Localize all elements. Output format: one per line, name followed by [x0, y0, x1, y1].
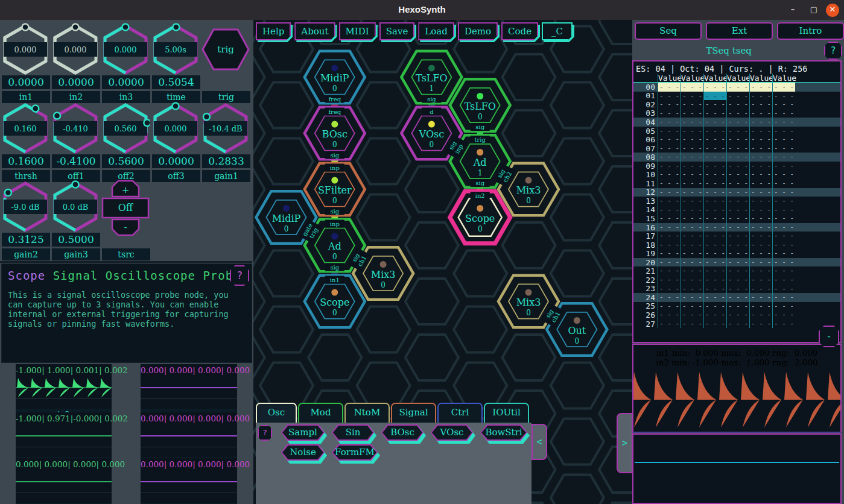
tracker-cell[interactable]: - - - [658, 232, 681, 241]
tracker-cell[interactable]: - - - [772, 162, 795, 171]
hex-node-midip-2[interactable]: MidiP0gate [256, 191, 317, 244]
tracker-cell[interactable]: - - - [726, 188, 749, 197]
tracker-cell[interactable]: - - - [726, 302, 749, 311]
tracker-cell[interactable]: - - - [772, 285, 795, 294]
tracker-cell[interactable]: - - - [749, 258, 772, 267]
tracker-cell[interactable]: - - - [681, 92, 703, 101]
tracker-row-13[interactable]: 13- - -- - -- - -- - -- - -- - - [633, 197, 840, 206]
tracker-cell[interactable]: - - - [772, 276, 795, 285]
hex-node-ad-0[interactable]: Ad0inptrigsigsig [305, 219, 365, 272]
tracker-cell[interactable]: - - - [703, 258, 726, 267]
tracker-row-3[interactable]: 03- - -- - -- - -- - -- - -- - - [633, 109, 840, 118]
tracker-cell[interactable]: - - - [703, 118, 726, 127]
right-tab-intro[interactable]: Intro [777, 22, 844, 40]
palette-collapse-button[interactable]: < [531, 424, 547, 460]
right-tab-seq[interactable]: Seq [635, 22, 702, 40]
tracker-cell[interactable]: - - - [681, 179, 703, 188]
tracker-cell[interactable]: - - - [658, 179, 681, 188]
tracker-cell[interactable]: - - - [749, 179, 772, 188]
tracker-cell[interactable]: - - - [681, 144, 703, 153]
tracker-cell[interactable]: - - - [772, 320, 795, 329]
palette-node-sampl[interactable]: Sampl [281, 424, 325, 441]
tracker-row-6[interactable]: 06- - -- - -- - -- - -- - -- - - [633, 135, 840, 144]
tracker-cell[interactable]: - - - [681, 197, 703, 206]
palette-tab-ioutil[interactable]: IOUtil [484, 403, 529, 423]
menu-button-load[interactable]: Load [418, 22, 454, 40]
right-tab-ext[interactable]: Ext [706, 22, 773, 40]
tracker-cell[interactable]: - - - [658, 206, 681, 215]
tracker-cell[interactable]: - - - [772, 170, 795, 179]
menu-button-c[interactable]: _C [542, 22, 573, 40]
tracker-cell[interactable]: - - - [726, 206, 749, 215]
tseq-help-button[interactable]: ? [824, 42, 842, 60]
tracker-cell[interactable]: - - - [681, 170, 703, 179]
tracker-cell[interactable]: - - - [726, 135, 749, 144]
tracker-cell[interactable]: - - - [703, 249, 726, 258]
tracker-cell[interactable]: - - - [772, 232, 795, 241]
tracker-cell[interactable]: - - - [749, 100, 772, 109]
tracker-cell[interactable]: - - - [772, 214, 795, 223]
tracker-cell[interactable]: - - - [749, 293, 772, 302]
monitor-minimize-button[interactable]: - [819, 326, 839, 347]
tracker-row-2[interactable]: 02- - -- - -- - -- - -- - -- - - [633, 100, 840, 109]
tracker-cell[interactable]: - - - [658, 83, 681, 92]
tracker-cell[interactable]: - - - [681, 232, 703, 241]
tracker-cell[interactable]: - - - [726, 83, 749, 92]
tracker-cell[interactable]: - - - [772, 153, 795, 162]
tracker-cell[interactable]: - - - [749, 109, 772, 118]
tracker-cell[interactable]: - - - [772, 118, 795, 127]
tracker-cell[interactable]: - - - [658, 249, 681, 258]
hex-node-mix3-a[interactable]: Mix30ch1 [353, 247, 413, 300]
menu-button-midi[interactable]: MIDI [339, 22, 376, 40]
tracker-cell[interactable]: - - - [726, 118, 749, 127]
tracker-cell[interactable]: - - - [749, 285, 772, 294]
tracker-cell[interactable]: - - - [749, 276, 772, 285]
tracker-cell[interactable]: - - - [749, 214, 772, 223]
knob-off3[interactable]: 0.000 [151, 101, 200, 156]
tracker-cell[interactable]: - - - [658, 144, 681, 153]
tracker-cell[interactable]: - - - [658, 135, 681, 144]
palette-node-vosc[interactable]: VOsc [431, 424, 473, 441]
tracker-cell[interactable]: - - - [749, 188, 772, 197]
tracker-cell[interactable]: - - - [726, 276, 749, 285]
tracker-cell[interactable]: - - - [681, 258, 703, 267]
tracker-cell[interactable]: - - - [681, 223, 703, 232]
tracker-cell[interactable]: - - - [703, 302, 726, 311]
tracker-cell[interactable]: - - - [772, 310, 795, 320]
tracker-cell[interactable]: - - - [772, 100, 795, 109]
palette-tab-mod[interactable]: Mod [298, 403, 343, 423]
tracker-cell[interactable]: - - - [658, 162, 681, 171]
tracker-cell[interactable]: - - - [681, 249, 703, 258]
tracker-row-8[interactable]: 08- - -- - -- - -- - -- - -- - - [633, 153, 840, 162]
hex-node-ad-1[interactable]: Ad1triginpsigsig [450, 135, 510, 187]
tracker-row-25[interactable]: 25- - -- - -- - -- - -- - -- - - [633, 302, 840, 311]
tracker-cell[interactable]: - - - [681, 206, 703, 215]
tracker-row-10[interactable]: 10- - -- - -- - -- - -- - -- - - [633, 170, 840, 179]
tracker-cell[interactable]: - - - [772, 109, 795, 118]
tracker-cell[interactable]: - - - [726, 170, 749, 179]
tracker-cell[interactable]: - - - [726, 127, 749, 136]
tracker-cell[interactable]: - - - [658, 293, 681, 302]
tracker-cell[interactable]: - - - [681, 293, 703, 302]
tracker-row-12[interactable]: 12- - -- - -- - -- - -- - -- - - [633, 188, 840, 197]
tracker-cell[interactable]: - - - [681, 127, 703, 136]
palette-node-sin[interactable]: Sin [332, 424, 374, 441]
tracker-cell[interactable]: - - - [772, 302, 795, 311]
tracker-cell[interactable]: - - - [658, 127, 681, 136]
tracker-cell[interactable]: - - - [703, 310, 726, 320]
knob-time[interactable]: 5.00s [151, 22, 200, 77]
hex-node-tslfo-0[interactable]: TsLFO0sig [450, 79, 510, 131]
tracker-row-18[interactable]: 18- - -- - -- - -- - -- - -- - - [633, 241, 840, 250]
tracker-cell[interactable]: - - - [772, 293, 795, 302]
tracker-cell[interactable]: - - - [772, 241, 795, 250]
tracker-cell[interactable]: - - - [703, 241, 726, 250]
tracker-cell[interactable]: - - - [726, 266, 749, 276]
tracker-cell[interactable]: - - - [681, 214, 703, 223]
palette-tab-osc[interactable]: Osc [256, 403, 297, 423]
tracker-cell[interactable]: - - - [772, 223, 795, 232]
tracker-cell[interactable]: - - - [772, 197, 795, 206]
tracker-row-0[interactable]: 00- - -- - -- - -- - -- - -- - - [633, 83, 840, 92]
tracker-row-27[interactable]: 27- - -- - -- - -- - -- - -- - - [633, 320, 840, 329]
menu-button-demo[interactable]: Demo [458, 22, 498, 40]
tracker-cell[interactable]: - - - [703, 162, 726, 171]
